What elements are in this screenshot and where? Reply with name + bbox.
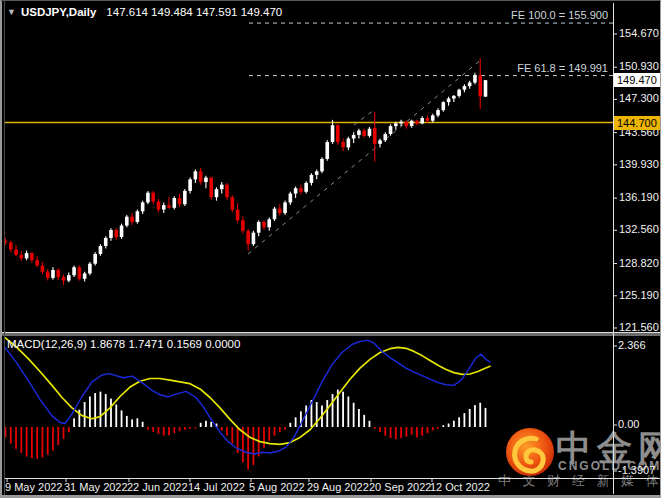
macd-histogram-bar: [274, 427, 276, 436]
candle-body: [283, 202, 287, 213]
candle-body: [452, 96, 456, 99]
candle-body: [383, 134, 387, 140]
symbol-timeframe-label: USDJPY,Daily: [21, 6, 96, 18]
macd-histogram-bar: [163, 427, 165, 436]
candle-body: [262, 222, 266, 227]
candle-body: [188, 179, 192, 191]
macd-indicator-label: MACD(12,26,9) 1.8678 1.7471 0.1569 0.000…: [7, 338, 240, 350]
candle-body: [362, 131, 366, 136]
candle-body: [178, 198, 182, 204]
candle-body: [167, 205, 171, 208]
macd-histogram-bar: [358, 409, 360, 427]
candle-body: [389, 126, 393, 134]
macd-histogram-bar: [210, 422, 212, 427]
candle-body: [236, 210, 240, 221]
macd-histogram-bar: [326, 400, 328, 427]
candle-body: [172, 198, 176, 208]
macd-histogram-bar: [126, 416, 128, 427]
macd-histogram-bar: [115, 404, 117, 427]
panel-splitter-highlight[interactable]: [2, 332, 661, 333]
date-axis-label: 12 Oct 2022: [430, 481, 490, 493]
candle-body: [151, 193, 155, 202]
collapse-arrow-icon[interactable]: ▼: [7, 7, 16, 17]
candle-body: [204, 178, 208, 182]
macd-histogram-bar: [332, 394, 334, 427]
candle-body: [415, 121, 419, 124]
candle-body: [231, 197, 235, 209]
candle-body: [141, 202, 145, 211]
price-axis-label: 125.190: [619, 289, 659, 301]
candle-body: [220, 185, 224, 189]
candle-body: [325, 142, 329, 159]
panel-splitter[interactable]: [2, 333, 661, 336]
candle-body: [183, 191, 187, 204]
candle-body: [130, 217, 134, 222]
candle-body: [457, 90, 461, 96]
chart-canvas[interactable]: [2, 1, 661, 498]
macd-histogram-bar: [184, 427, 186, 430]
macd-histogram-bar: [205, 421, 207, 427]
price-axis-label: 139.930: [619, 158, 659, 170]
candle-body: [468, 83, 472, 87]
candle-body: [67, 275, 71, 280]
macd-histogram-bar: [63, 427, 65, 439]
macd-histogram-bar: [121, 410, 123, 427]
candle-body: [78, 267, 82, 279]
macd-histogram-bar: [158, 427, 160, 434]
candle-body: [289, 194, 293, 203]
candle-body: [41, 265, 45, 271]
candle-body: [378, 140, 382, 144]
candle-body: [304, 183, 308, 192]
candle-body: [463, 86, 467, 90]
candle-body: [294, 188, 298, 193]
candle-body: [273, 209, 277, 220]
price-axis-label: 128.820: [619, 257, 659, 269]
macd-histogram-bar: [453, 421, 455, 427]
macd-histogram-bar: [73, 418, 75, 427]
macd-histogram-bar: [142, 422, 144, 427]
candle-body: [62, 277, 66, 281]
price-axis-label: 132.560: [619, 223, 659, 235]
macd-histogram-bar: [485, 408, 487, 427]
macd-histogram-bar: [405, 427, 407, 437]
ohlc-values: 147.614 149.484 147.591 149.470: [106, 6, 282, 18]
candle-body: [35, 260, 39, 265]
macd-histogram-bar: [374, 427, 376, 429]
macd-histogram-bar: [47, 427, 49, 455]
candle-body: [368, 129, 372, 136]
macd-histogram-bar: [100, 392, 102, 427]
candle-body: [436, 110, 440, 115]
macd-histogram-bar: [179, 427, 181, 431]
macd-histogram-bar: [94, 393, 96, 427]
candle-body: [120, 226, 124, 238]
macd-histogram-bar: [390, 427, 392, 438]
hline-price-badge: 144.700: [614, 116, 660, 130]
candle-body: [30, 253, 34, 260]
macd-histogram-bar: [253, 427, 255, 465]
price-axis-label: 150.930: [619, 60, 659, 72]
fib-trendline[interactable]: [248, 58, 483, 254]
macd-histogram-bar: [84, 402, 86, 427]
chart-title: ▼ USDJPY,Daily 147.614 149.484 147.591 1…: [7, 6, 282, 18]
date-axis-label: 29 Aug 2022: [307, 481, 369, 493]
candle-body: [341, 142, 345, 147]
macd-histogram-bar: [479, 403, 481, 427]
macd-histogram-bar: [10, 427, 12, 444]
candle-body: [20, 255, 24, 259]
candle-body: [246, 231, 250, 244]
macd-histogram-bar: [363, 415, 365, 427]
macd-histogram-bar: [379, 427, 381, 432]
macd-histogram-bar: [247, 427, 249, 469]
date-axis-label: 22 Jun 2022: [127, 481, 188, 493]
macd-histogram-bar: [448, 424, 450, 427]
macd-histogram-bar: [189, 427, 191, 429]
candle-body: [420, 118, 424, 123]
candle-body: [83, 273, 87, 278]
macd-histogram-bar: [31, 427, 33, 458]
candle-body: [478, 75, 482, 96]
macd-axis-label: 2.366: [618, 339, 646, 351]
macd-histogram-bar: [474, 405, 476, 427]
candle-body: [331, 125, 335, 142]
macd-axis-label: 0.00: [618, 418, 639, 430]
macd-histogram-bar: [432, 427, 434, 430]
